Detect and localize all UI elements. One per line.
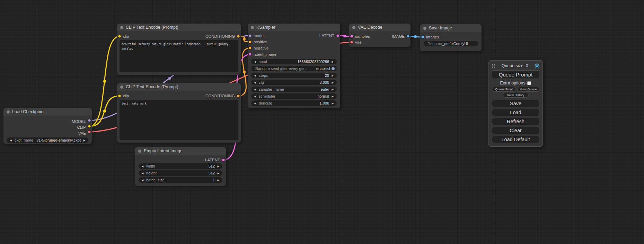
- arrow-right-icon[interactable]: ▶: [331, 81, 335, 84]
- prompt-textarea[interactable]: text, watermark: [120, 100, 238, 140]
- collapse-dot[interactable]: [423, 27, 426, 30]
- node-title: Save Image: [429, 26, 452, 30]
- widget-steps[interactable]: ◀ steps 20 ▶: [251, 73, 337, 78]
- widget-sampler-name[interactable]: ◀ sampler_name euler ▶: [251, 87, 337, 92]
- arrow-right-icon[interactable]: ▶: [217, 172, 220, 175]
- widget-ckpt-name[interactable]: ◀ ckpt_name v1-5-pruned-emaonly.ckpt ▶: [7, 137, 88, 143]
- link-midpoint-dot-samples[interactable]: [343, 35, 346, 37]
- slot-input-vae[interactable]: vae: [349, 39, 370, 45]
- arrow-left-icon[interactable]: ◀: [253, 81, 257, 84]
- slot-input-images[interactable]: images: [420, 34, 439, 40]
- prompt-textarea[interactable]: beautiful scenery nature glass bottle la…: [120, 40, 238, 72]
- arrow-right-icon[interactable]: ▶: [331, 74, 335, 77]
- drag-handle-icon[interactable]: [492, 64, 495, 68]
- slot-input-clip[interactable]: clip: [117, 33, 129, 39]
- slot-input-clip[interactable]: clip: [117, 93, 129, 99]
- arrow-right-icon[interactable]: ▶: [217, 179, 220, 182]
- slot-label-images: images: [426, 35, 439, 39]
- arrow-right-icon[interactable]: ▶: [331, 60, 335, 63]
- arrow-left-icon[interactable]: ◀: [253, 102, 257, 105]
- node-save-image-titlebar[interactable]: Save Image: [420, 24, 482, 32]
- view-history-button[interactable]: View History: [503, 93, 529, 98]
- arrow-right-icon[interactable]: ▶: [331, 95, 335, 98]
- widget-height[interactable]: ◀ height 512 ▶: [139, 170, 222, 176]
- toggle-dot[interactable]: [332, 67, 335, 70]
- collapse-dot[interactable]: [352, 26, 355, 29]
- refresh-button[interactable]: Refresh: [492, 118, 539, 125]
- slot-input-samples[interactable]: samples: [349, 34, 370, 39]
- node-vae-decode[interactable]: VAE Decode samples vae IMAGE: [349, 24, 411, 47]
- node-empty-latent-titlebar[interactable]: Empty Latent Image: [135, 147, 226, 155]
- node-load-checkpoint-titlebar[interactable]: Load Checkpoint: [3, 108, 92, 116]
- clear-button[interactable]: Clear: [492, 127, 539, 134]
- collapse-dot[interactable]: [7, 110, 10, 114]
- extra-options-label: Extra options: [500, 81, 526, 85]
- widget-random-seed-toggle[interactable]: Random seed after every gen enabled: [251, 66, 337, 71]
- widget-width[interactable]: ◀ width 512 ▶: [139, 163, 222, 169]
- node-ksampler-titlebar[interactable]: KSampler: [248, 24, 340, 31]
- collapse-dot[interactable]: [120, 26, 123, 29]
- widget-value: 1: [213, 178, 215, 182]
- widget-value: euler: [321, 87, 329, 91]
- arrow-right-icon[interactable]: ▶: [217, 165, 220, 168]
- slot-input-model[interactable]: model: [248, 33, 276, 39]
- collapse-dot[interactable]: [120, 85, 123, 89]
- collapse-dot[interactable]: [251, 26, 254, 29]
- node-load-checkpoint[interactable]: Load Checkpoint MODEL CLIP VAE ◀ ckpt_na…: [3, 108, 92, 144]
- slot-output-image[interactable]: IMAGE: [392, 34, 411, 39]
- load-default-button[interactable]: Load Default: [492, 136, 539, 143]
- node-vae-decode-titlebar[interactable]: VAE Decode: [349, 24, 411, 31]
- link-midpoint-dot-image[interactable]: [414, 35, 417, 38]
- slot-label-latent: LATENT: [319, 34, 334, 38]
- link-midpoint-dot-cond-negative[interactable]: [243, 71, 246, 73]
- arrow-left-icon[interactable]: ◀: [253, 95, 257, 98]
- slot-output-conditioning[interactable]: CONDITIONING: [205, 33, 241, 39]
- node-canvas[interactable]: Load Checkpoint MODEL CLIP VAE ◀ ckpt_na…: [0, 0, 644, 244]
- queue-prompt-button[interactable]: Queue Prompt: [492, 70, 539, 79]
- slot-output-vae[interactable]: VAE: [72, 130, 92, 136]
- arrow-left-icon[interactable]: ◀: [253, 88, 257, 91]
- node-save-image[interactable]: Save Image images filename_prefix ComfyU…: [420, 24, 482, 51]
- arrow-right-icon[interactable]: ▶: [331, 102, 335, 105]
- slot-input-negative[interactable]: negative: [248, 45, 276, 51]
- load-button[interactable]: Load: [492, 109, 539, 116]
- view-queue-button[interactable]: View Queue: [517, 87, 539, 92]
- slot-output-model[interactable]: MODEL: [72, 119, 92, 125]
- slot-output-latent[interactable]: LATENT: [319, 33, 340, 39]
- queue-front-button[interactable]: Queue Front: [492, 87, 516, 92]
- save-button[interactable]: Save: [492, 100, 539, 107]
- node-clip-text-encode-negative[interactable]: CLIP Text Encode (Prompt) clip CONDITION…: [117, 83, 241, 143]
- widget-seed[interactable]: ◀ seed 156680208700286 ▶: [251, 59, 337, 64]
- settings-gear-icon[interactable]: [535, 63, 539, 68]
- node-clip-negative-titlebar[interactable]: CLIP Text Encode (Prompt): [117, 83, 241, 91]
- arrow-left-icon[interactable]: ◀: [141, 172, 144, 175]
- arrow-left-icon[interactable]: ◀: [141, 179, 144, 182]
- node-ksampler[interactable]: KSampler model positive negative latent_…: [248, 24, 340, 108]
- slot-output-clip[interactable]: CLIP: [72, 125, 92, 130]
- arrow-right-icon[interactable]: ▶: [331, 88, 335, 91]
- slot-input-positive[interactable]: positive: [248, 39, 276, 45]
- extra-options-checkbox[interactable]: [527, 81, 531, 85]
- node-clip-text-encode-positive[interactable]: CLIP Text Encode (Prompt) clip CONDITION…: [117, 24, 241, 75]
- widget-scheduler[interactable]: ◀ scheduler normal ▶: [251, 93, 337, 99]
- link-midpoint-dot-clip-positive[interactable]: [103, 80, 106, 83]
- arrow-left-icon[interactable]: ◀: [253, 74, 257, 77]
- collapse-dot[interactable]: [138, 150, 141, 153]
- slot-input-latent-image[interactable]: latent_image: [248, 51, 276, 57]
- slot-output-conditioning[interactable]: CONDITIONING: [205, 93, 241, 99]
- arrow-left-icon[interactable]: ◀: [253, 60, 257, 63]
- arrow-left-icon[interactable]: ◀: [9, 139, 13, 142]
- node-clip-positive-titlebar[interactable]: CLIP Text Encode (Prompt): [117, 24, 241, 31]
- widget-batch-size[interactable]: ◀ batch_size 1 ▶: [139, 177, 222, 183]
- link-midpoint-dot-cond-positive[interactable]: [243, 38, 246, 40]
- arrow-right-icon[interactable]: ▶: [82, 139, 86, 142]
- widget-cfg[interactable]: ◀ cfg 8.000 ▶: [251, 80, 337, 85]
- widget-filename-prefix[interactable]: filename_prefix ComfyUI: [424, 41, 478, 46]
- node-empty-latent-image[interactable]: Empty Latent Image LATENT ◀ width 512 ▶ …: [135, 147, 226, 186]
- link-midpoint-dot-model[interactable]: [168, 77, 171, 80]
- slot-output-latent[interactable]: LATENT: [205, 157, 226, 162]
- arrow-left-icon[interactable]: ◀: [141, 165, 144, 168]
- node-title: CLIP Text Encode (Prompt): [126, 25, 178, 30]
- link-midpoint-dot-clip-negative[interactable]: [103, 110, 106, 112]
- widget-denoise[interactable]: ◀ denoise 1.000 ▶: [251, 100, 337, 106]
